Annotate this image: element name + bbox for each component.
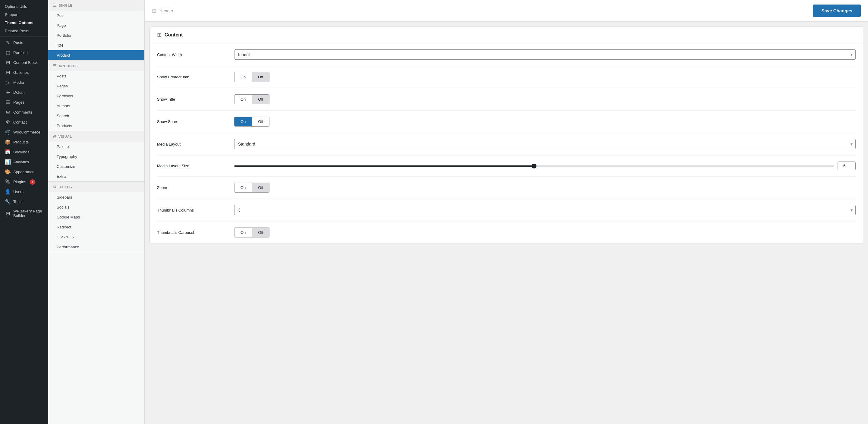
media-icon: ▷ — [5, 80, 11, 85]
pages-icon: ☰ — [5, 99, 11, 105]
show-title-off[interactable]: Off — [252, 95, 269, 104]
show-title-on[interactable]: On — [235, 95, 252, 104]
middle-item-posts[interactable]: Posts — [48, 71, 144, 81]
sidebar-item-posts[interactable]: ✎ Posts — [0, 38, 48, 48]
show-breadcrumb-toggle: On Off — [234, 72, 270, 82]
middle-item-authors[interactable]: Authors — [48, 101, 144, 111]
middle-item-404[interactable]: 404 — [48, 40, 144, 50]
utility-header-icon: ⚙ — [53, 185, 57, 189]
zoom-label: Zoom — [157, 185, 229, 190]
plugins-icon: 🔌 — [5, 179, 11, 185]
middle-item-css-js[interactable]: CSS & JS — [48, 232, 144, 242]
sidebar-item-tools[interactable]: 🔧 Tools — [0, 197, 48, 207]
wpbakery-icon: ⊞ — [5, 211, 11, 216]
sidebar-options-utils[interactable]: Options Utils — [0, 2, 48, 10]
save-changes-button[interactable]: Save Changes — [813, 4, 861, 17]
middle-panel: ☰ SINGLE Post Page Portfolio 404 Product… — [48, 0, 145, 424]
middle-item-pages[interactable]: Pages — [48, 81, 144, 91]
middle-item-google-maps[interactable]: Google Maps — [48, 212, 144, 222]
middle-item-typography[interactable]: Typography — [48, 152, 144, 161]
content-panel: ⊞ Content Content Width Inherit Full Wid… — [150, 27, 863, 244]
sidebar-item-woocommerce[interactable]: 🛒 WooCommerce — [0, 127, 48, 137]
zoom-control: On Off — [234, 183, 856, 192]
show-breadcrumb-off[interactable]: Off — [252, 72, 269, 82]
sidebar-item-dokan[interactable]: ⊕ Dokan — [0, 87, 48, 97]
show-breadcrumb-control: On Off — [234, 72, 856, 82]
middle-item-extra[interactable]: Extra — [48, 172, 144, 181]
sidebar-item-comments[interactable]: ✉ Comments — [0, 107, 48, 117]
middle-item-product[interactable]: Product — [48, 50, 144, 60]
sidebar-item-bookings[interactable]: 📅 Bookings — [0, 147, 48, 157]
sidebar-item-pages[interactable]: ☰ Pages — [0, 97, 48, 107]
sidebar-item-contact[interactable]: ✆ Contact — [0, 117, 48, 127]
sidebar-related-posts[interactable]: Related Posts — [0, 27, 48, 35]
show-share-on[interactable]: On — [235, 117, 252, 126]
media-layout-control: Standard Wide Full Width ▾ — [234, 139, 856, 149]
thumbnails-columns-select[interactable]: 1 2 3 4 5 — [234, 205, 856, 215]
middle-item-customize[interactable]: Customize — [48, 161, 144, 172]
thumbnails-carousel-on[interactable]: On — [235, 228, 252, 237]
sidebar-item-products[interactable]: 📦 Products — [0, 137, 48, 147]
bookings-icon: 📅 — [5, 149, 11, 155]
sidebar-item-plugins[interactable]: 🔌 Plugins 1 — [0, 177, 48, 187]
middle-item-products[interactable]: Products — [48, 121, 144, 131]
media-layout-size-control: 6 — [234, 161, 856, 170]
show-title-control: On Off — [234, 94, 856, 104]
middle-item-portfolios[interactable]: Portfolios — [48, 91, 144, 101]
sidebar-item-galleries[interactable]: ⊟ Galleries — [0, 67, 48, 78]
archives-group: ☰ ARCHIVES Posts Pages Portfolios Author… — [48, 61, 144, 131]
sidebar-item-media[interactable]: ▷ Media — [0, 78, 48, 87]
media-layout-size-input[interactable]: 6 — [838, 161, 856, 170]
show-share-label: Show Share — [157, 119, 229, 124]
slider-fill — [234, 165, 534, 166]
show-title-label: Show Title — [157, 97, 229, 101]
sidebar: Options Utils Support Theme Options Rela… — [0, 0, 48, 424]
setting-row-show-title: Show Title On Off — [157, 88, 856, 111]
middle-item-page[interactable]: Page — [48, 21, 144, 30]
show-share-off[interactable]: Off — [252, 117, 269, 126]
middle-item-search[interactable]: Search — [48, 111, 144, 121]
archives-header-icon: ☰ — [53, 64, 57, 68]
sidebar-item-portfolio[interactable]: ◫ Portfolio — [0, 48, 48, 58]
thumbnails-columns-control: 1 2 3 4 5 ▾ — [234, 205, 856, 215]
middle-item-performance[interactable]: Performance — [48, 242, 144, 252]
single-header: ☰ SINGLE — [48, 0, 144, 10]
sidebar-item-users[interactable]: 👤 Users — [0, 187, 48, 197]
sidebar-theme-options[interactable]: Theme Options — [0, 19, 48, 27]
plugins-badge: 1 — [30, 179, 35, 185]
show-breadcrumb-on[interactable]: On — [235, 72, 252, 82]
thumbnails-carousel-toggle: On Off — [234, 228, 270, 238]
show-title-toggle: On Off — [234, 94, 270, 104]
sidebar-top: Options Utils Support Theme Options Rela… — [0, 0, 48, 36]
single-group: ☰ SINGLE Post Page Portfolio 404 Product — [48, 0, 144, 61]
sidebar-item-content-block[interactable]: ⊞ Content Block — [0, 58, 48, 67]
media-layout-select[interactable]: Standard Wide Full Width — [234, 139, 856, 149]
zoom-on[interactable]: On — [235, 183, 252, 192]
portfolio-icon: ◫ — [5, 50, 11, 56]
zoom-off[interactable]: Off — [252, 183, 269, 192]
content-width-select[interactable]: Inherit Full Width Boxed — [234, 50, 856, 60]
slider-thumb[interactable] — [532, 163, 536, 169]
show-share-toggle: On Off — [234, 117, 270, 127]
middle-item-redirect[interactable]: Redirect — [48, 222, 144, 232]
sidebar-item-analytics[interactable]: 📊 Analytics — [0, 157, 48, 167]
thumbnails-carousel-off[interactable]: Off — [252, 228, 269, 237]
setting-row-media-layout: Media Layout Standard Wide Full Width ▾ — [157, 133, 856, 155]
content-section-title: Content — [164, 32, 183, 38]
middle-item-palette[interactable]: Palette — [48, 142, 144, 152]
sidebar-support[interactable]: Support — [0, 10, 48, 19]
middle-item-socials[interactable]: Socials — [48, 202, 144, 212]
sidebar-item-appearance[interactable]: 🎨 Appearance — [0, 167, 48, 177]
main-content: ⊞ Header Save Changes ⊞ Content Content … — [145, 0, 868, 424]
sidebar-item-wpbakery[interactable]: ⊞ WPBakery Page Builder — [0, 207, 48, 220]
middle-item-sidebars[interactable]: Sidebars — [48, 192, 144, 202]
users-icon: 👤 — [5, 189, 11, 195]
middle-item-portfolio[interactable]: Portfolio — [48, 30, 144, 40]
media-layout-size-label: Media Layout Size — [157, 163, 229, 168]
thumbnails-carousel-control: On Off — [234, 228, 856, 238]
dokan-icon: ⊕ — [5, 90, 11, 95]
zoom-toggle: On Off — [234, 183, 270, 192]
settings-body: Content Width Inherit Full Width Boxed ▾… — [150, 43, 863, 243]
content-width-control: Inherit Full Width Boxed ▾ — [234, 50, 856, 60]
middle-item-post[interactable]: Post — [48, 10, 144, 21]
